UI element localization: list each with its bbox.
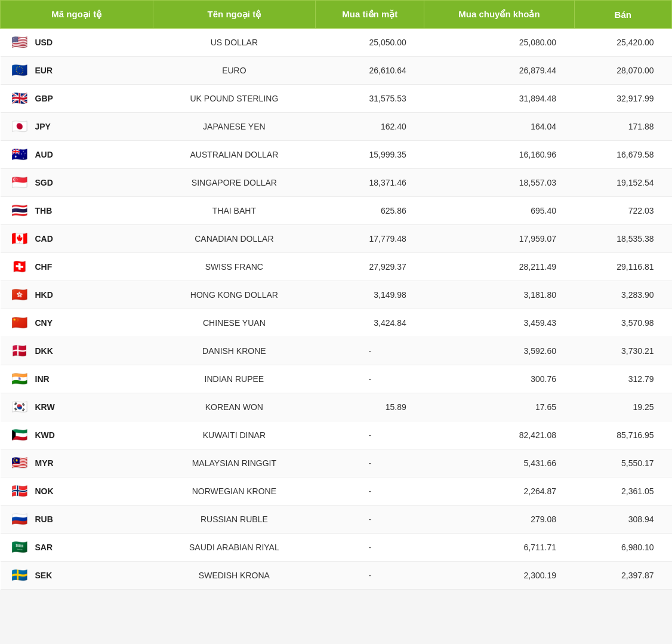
sell-cell: 3,283.90 [574, 281, 671, 309]
table-row: 🇲🇾 MYR MALAYSIAN RINGGIT-5,431.665,550.1… [1, 449, 672, 477]
flag-icon: 🇨🇦 [11, 232, 30, 245]
flag-icon: 🇷🇺 [11, 513, 30, 526]
currency-code: CHF [35, 262, 53, 272]
currency-code-cell: 🇭🇰 HKD [1, 281, 153, 309]
buy-cash-cell: - [316, 477, 424, 506]
buy-transfer-cell: 3,459.43 [424, 309, 574, 337]
buy-cash-cell: 15.89 [316, 393, 424, 421]
buy-cash-cell: - [316, 421, 424, 449]
currency-name-cell: CHINESE YUAN [153, 309, 316, 337]
sell-cell: 19,152.54 [574, 169, 671, 197]
currency-name-cell: DANISH KRONE [153, 337, 316, 365]
flag-icon: 🇩🇰 [11, 344, 30, 358]
currency-name-cell: SWISS FRANC [153, 253, 316, 281]
currency-code: THB [35, 206, 53, 215]
buy-cash-cell: - [316, 534, 424, 562]
buy-cash-cell: 625.86 [316, 197, 424, 225]
buy-cash-cell: 3,424.84 [316, 309, 424, 337]
sell-cell: 28,070.00 [574, 57, 671, 85]
table-row: 🇨🇳 CNY CHINESE YUAN3,424.843,459.433,570… [1, 309, 672, 337]
currency-code-cell: 🇩🇰 DKK [1, 337, 153, 365]
currency-code-cell: 🇮🇳 INR [1, 365, 153, 393]
currency-name-cell: RUSSIAN RUBLE [153, 506, 316, 534]
currency-code: SAR [35, 543, 53, 552]
currency-code: GBP [35, 94, 53, 103]
sell-cell: 16,679.58 [574, 141, 671, 169]
currency-name-cell: NORWEGIAN KRONE [153, 477, 316, 506]
buy-cash-cell: 18,371.46 [316, 169, 424, 197]
table-row: 🇺🇸 USD US DOLLAR25,050.0025,080.0025,420… [1, 29, 672, 57]
flag-icon: 🇸🇬 [11, 176, 30, 189]
currency-code-cell: 🇳🇴 NOK [1, 477, 153, 506]
buy-transfer-cell: 82,421.08 [424, 421, 574, 449]
currency-code: USD [35, 38, 53, 47]
buy-transfer-cell: 26,879.44 [424, 57, 574, 85]
currency-name-cell: CANADIAN DOLLAR [153, 225, 316, 253]
table-row: 🇪🇺 EUR EURO26,610.6426,879.4428,070.00 [1, 57, 672, 85]
currency-name-cell: JAPANESE YEN [153, 113, 316, 141]
currency-code-cell: 🇨🇳 CNY [1, 309, 153, 337]
buy-cash-cell: - [316, 337, 424, 365]
buy-cash-cell: - [316, 449, 424, 477]
currency-code: RUB [35, 514, 53, 524]
sell-cell: 29,116.81 [574, 253, 671, 281]
currency-name-cell: MALAYSIAN RINGGIT [153, 449, 316, 477]
buy-transfer-cell: 17,959.07 [424, 225, 574, 253]
currency-code: CNY [35, 318, 53, 328]
currency-name-cell: UK POUND STERLING [153, 85, 316, 113]
sell-cell: 3,570.98 [574, 309, 671, 337]
buy-transfer-cell: 300.76 [424, 365, 574, 393]
flag-icon: 🇰🇼 [11, 429, 30, 442]
currency-code: NOK [35, 486, 54, 496]
sell-cell: 5,550.17 [574, 449, 671, 477]
currency-code-cell: 🇬🇧 GBP [1, 85, 153, 113]
currency-code: MYR [35, 458, 54, 468]
buy-transfer-cell: 28,211.49 [424, 253, 574, 281]
buy-transfer-cell: 17.65 [424, 393, 574, 421]
flag-icon: 🇨🇭 [11, 260, 30, 273]
sell-cell: 6,980.10 [574, 534, 671, 562]
buy-cash-cell: 162.40 [316, 113, 424, 141]
flag-icon: 🇸🇦 [11, 541, 30, 554]
header-sell: Bán [574, 1, 671, 29]
currency-code-cell: 🇰🇼 KWD [1, 421, 153, 449]
currency-name-cell: SINGAPORE DOLLAR [153, 169, 316, 197]
currency-name-cell: HONG KONG DOLLAR [153, 281, 316, 309]
table-row: 🇸🇪 SEK SWEDISH KRONA-2,300.192,397.87 [1, 562, 672, 590]
flag-icon: 🇬🇧 [11, 92, 30, 105]
sell-cell: 32,917.99 [574, 85, 671, 113]
sell-cell: 2,361.05 [574, 477, 671, 506]
buy-transfer-cell: 3,181.80 [424, 281, 574, 309]
sell-cell: 312.79 [574, 365, 671, 393]
currency-name-cell: KOREAN WON [153, 393, 316, 421]
buy-transfer-cell: 31,894.48 [424, 85, 574, 113]
sell-cell: 171.88 [574, 113, 671, 141]
buy-cash-cell: 26,610.64 [316, 57, 424, 85]
buy-cash-cell: - [316, 562, 424, 590]
table-row: 🇭🇰 HKD HONG KONG DOLLAR3,149.983,181.803… [1, 281, 672, 309]
flag-icon: 🇪🇺 [11, 64, 30, 77]
buy-cash-cell: 25,050.00 [316, 29, 424, 57]
flag-icon: 🇯🇵 [11, 120, 30, 133]
currency-code: SGD [35, 178, 53, 187]
table-header-row: Mã ngoại tệ Tên ngoại tệ Mua tiền mặt Mu… [1, 1, 672, 29]
buy-cash-cell: 3,149.98 [316, 281, 424, 309]
table-row: 🇯🇵 JPY JAPANESE YEN162.40164.04171.88 [1, 113, 672, 141]
exchange-rate-table-container: Mã ngoại tệ Tên ngoại tệ Mua tiền mặt Mu… [0, 0, 672, 590]
buy-cash-cell: - [316, 506, 424, 534]
table-row: 🇸🇦 SAR SAUDI ARABIAN RIYAL-6,711.716,980… [1, 534, 672, 562]
currency-name-cell: US DOLLAR [153, 29, 316, 57]
table-row: 🇹🇭 THB THAI BAHT625.86695.40722.03 [1, 197, 672, 225]
buy-transfer-cell: 16,160.96 [424, 141, 574, 169]
table-row: 🇰🇼 KWD KUWAITI DINAR-82,421.0885,716.95 [1, 421, 672, 449]
buy-cash-cell: 15,999.35 [316, 141, 424, 169]
currency-name-cell: SAUDI ARABIAN RIYAL [153, 534, 316, 562]
buy-transfer-cell: 5,431.66 [424, 449, 574, 477]
buy-transfer-cell: 18,557.03 [424, 169, 574, 197]
buy-transfer-cell: 2,300.19 [424, 562, 574, 590]
currency-code: JPY [35, 122, 51, 131]
currency-code-cell: 🇨🇭 CHF [1, 253, 153, 281]
currency-code: KRW [35, 402, 55, 412]
currency-name-cell: SWEDISH KRONA [153, 562, 316, 590]
sell-cell: 2,397.87 [574, 562, 671, 590]
